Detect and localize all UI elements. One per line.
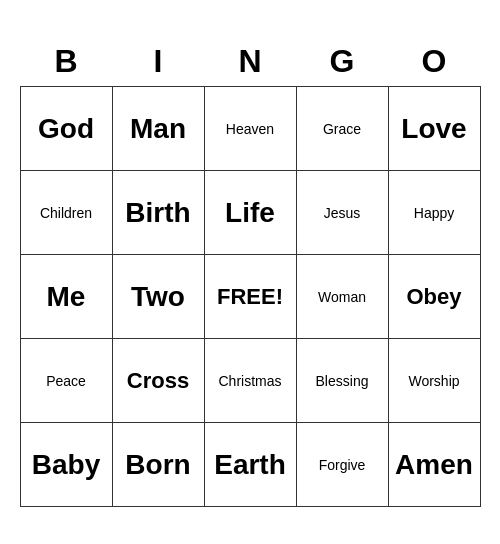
header-letter: N: [204, 37, 296, 87]
bingo-cell: Obey: [388, 255, 480, 339]
bingo-row: MeTwoFREE!WomanObey: [20, 255, 480, 339]
header-letter: B: [20, 37, 112, 87]
bingo-cell: Children: [20, 171, 112, 255]
bingo-cell: Heaven: [204, 87, 296, 171]
bingo-cell: Baby: [20, 423, 112, 507]
bingo-row: GodManHeavenGraceLove: [20, 87, 480, 171]
bingo-cell: Peace: [20, 339, 112, 423]
bingo-cell: Amen: [388, 423, 480, 507]
bingo-card: BINGO GodManHeavenGraceLoveChildrenBirth…: [20, 37, 481, 508]
bingo-cell: Birth: [112, 171, 204, 255]
bingo-row: PeaceCrossChristmasBlessingWorship: [20, 339, 480, 423]
bingo-cell: Blessing: [296, 339, 388, 423]
bingo-cell: Man: [112, 87, 204, 171]
header-letter: O: [388, 37, 480, 87]
bingo-cell: Love: [388, 87, 480, 171]
bingo-cell: Life: [204, 171, 296, 255]
bingo-cell: Born: [112, 423, 204, 507]
bingo-cell: Earth: [204, 423, 296, 507]
bingo-cell: FREE!: [204, 255, 296, 339]
bingo-row: ChildrenBirthLifeJesusHappy: [20, 171, 480, 255]
bingo-cell: Jesus: [296, 171, 388, 255]
header-letter: I: [112, 37, 204, 87]
bingo-cell: Christmas: [204, 339, 296, 423]
bingo-cell: God: [20, 87, 112, 171]
bingo-cell: Two: [112, 255, 204, 339]
bingo-cell: Grace: [296, 87, 388, 171]
bingo-row: BabyBornEarthForgiveAmen: [20, 423, 480, 507]
bingo-cell: Happy: [388, 171, 480, 255]
bingo-cell: Woman: [296, 255, 388, 339]
bingo-cell: Cross: [112, 339, 204, 423]
bingo-cell: Me: [20, 255, 112, 339]
bingo-cell: Worship: [388, 339, 480, 423]
header-letter: G: [296, 37, 388, 87]
bingo-cell: Forgive: [296, 423, 388, 507]
